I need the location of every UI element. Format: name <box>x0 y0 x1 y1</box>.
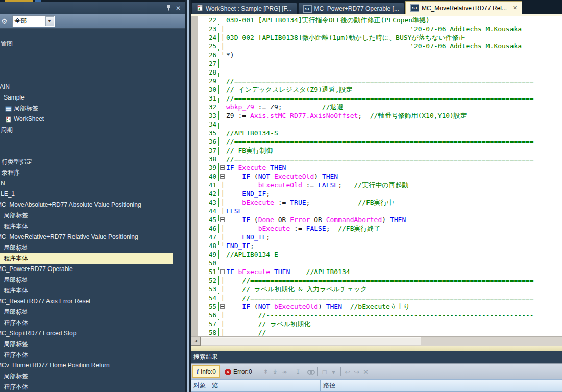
tree-item[interactable]: 程序本体 <box>0 317 28 328</box>
breakpoint-margin[interactable] <box>191 189 198 198</box>
editor-tab[interactable]: STMC_Power+RD77 Operable [... <box>298 3 404 14</box>
nav-forward-icon[interactable]: ↪ <box>352 368 361 376</box>
panel-splitter[interactable] <box>185 0 191 392</box>
breakpoint-margin[interactable] <box>191 94 198 103</box>
breakpoint-margin[interactable] <box>191 51 198 59</box>
breakpoint-margin[interactable] <box>191 163 198 172</box>
tab-close-icon[interactable]: ✕ <box>512 5 517 11</box>
tree-item[interactable]: 程序本体 <box>0 382 28 392</box>
chevron-down-icon[interactable]: ▼ <box>45 16 54 26</box>
tree-filter-dropdown[interactable]: 全部 ▼ <box>12 15 55 27</box>
breakpoint-margin[interactable] <box>191 85 198 94</box>
fold-gutter[interactable] <box>219 267 226 276</box>
breakpoint-margin[interactable] <box>191 285 198 293</box>
code-line[interactable]: 38//====================================… <box>191 155 562 163</box>
tree-item[interactable]: 程序本体 <box>0 253 173 264</box>
tree-item[interactable]: 局部标签 <box>0 307 28 317</box>
tree-item[interactable]: 程序本体 <box>0 350 28 360</box>
horizontal-scrollbar[interactable]: ◄ <box>191 336 562 346</box>
fold-collapse-icon[interactable] <box>220 304 225 309</box>
nav-back-icon[interactable]: ↩ <box>343 368 352 376</box>
tree-item[interactable]: 行类型指定 <box>0 157 32 167</box>
tree-item[interactable]: MC_MoveAbsolute+RD77 Absolute Value Posi… <box>0 200 141 210</box>
column-path[interactable]: 路径 <box>321 380 562 391</box>
tree-item[interactable]: MC_Reset+RD77 Axis Error Reset <box>0 296 90 307</box>
breakpoint-margin[interactable] <box>191 111 198 120</box>
fold-collapse-icon[interactable] <box>220 270 225 274</box>
tree-item[interactable]: 局部标签 <box>0 339 28 350</box>
fold-collapse-icon[interactable] <box>220 165 225 170</box>
close-panel-icon[interactable]: ✕ <box>176 5 181 11</box>
breakpoint-margin[interactable] <box>191 207 198 215</box>
clear-results-icon[interactable]: ✕ <box>361 368 371 376</box>
tree-item[interactable]: 局部标签 <box>0 275 28 285</box>
tree-item[interactable]: MC_Power+RD77 Operable <box>0 264 73 275</box>
code-line[interactable]: 46│ bExecute := FALSE; //FB実行終了 <box>191 224 562 233</box>
scrollbar-thumb[interactable] <box>201 337 421 345</box>
code-line[interactable]: 42│ END_IF; <box>191 189 562 198</box>
marker-dropdown-icon[interactable]: ▾ <box>329 368 338 376</box>
pin-icon[interactable] <box>166 5 172 12</box>
code-line[interactable]: 24│03D-002 [APLIB0138]微小距離(1μm)動かした時に、BU… <box>191 33 562 42</box>
code-line[interactable]: 56│ //----------------------------------… <box>191 311 562 320</box>
code-line[interactable]: 52│ //==================================… <box>191 276 562 285</box>
breakpoint-margin[interactable] <box>191 267 198 276</box>
info-filter-button[interactable]: i Info:0 <box>192 365 220 378</box>
breakpoint-margin[interactable] <box>191 320 198 328</box>
marker-icon[interactable]: □ <box>320 368 329 376</box>
breakpoint-margin[interactable] <box>191 302 198 311</box>
breakpoint-margin[interactable] <box>191 103 198 111</box>
breakpoint-margin[interactable] <box>191 42 198 51</box>
code-line[interactable]: 34 <box>191 120 562 129</box>
tree-item[interactable]: 周期 <box>0 125 13 135</box>
column-object-list[interactable]: 对象一览 <box>191 380 321 391</box>
code-line[interactable]: 50 <box>191 259 562 267</box>
gear-icon[interactable]: ⚙ <box>1 17 8 26</box>
code-line[interactable]: 57│ // ラベル初期化 <box>191 320 562 328</box>
tree-item[interactable]: WorkSheet <box>0 114 44 125</box>
code-line[interactable]: 43│ bExecute := TRUE; //FB実行中 <box>191 198 562 207</box>
tree-item[interactable]: MC_MoveRelative+RD77 Relative Value Posi… <box>0 232 138 242</box>
goto-bottom-icon[interactable]: ↧ <box>294 368 303 376</box>
fold-collapse-icon[interactable] <box>220 217 225 222</box>
breakpoint-margin[interactable] <box>191 16 198 24</box>
tree-item[interactable]: 局部标签 <box>0 103 38 114</box>
goto-next-icon[interactable]: ↠ <box>280 368 289 376</box>
breakpoint-margin[interactable] <box>191 77 198 85</box>
breakpoint-margin[interactable] <box>191 215 198 224</box>
goto-prev-icon[interactable]: ↡ <box>271 368 280 376</box>
code-line[interactable]: 51IF bExecute THEN //APLIB0134 <box>191 267 562 276</box>
breakpoint-margin[interactable] <box>191 33 198 42</box>
breakpoint-margin[interactable] <box>191 328 198 336</box>
code-line[interactable]: 25│ '20-07-06 Addtechs M.Kousaka <box>191 42 562 51</box>
tree-item[interactable]: 局部标签 <box>0 242 28 253</box>
find-icon[interactable] <box>307 369 315 375</box>
code-line[interactable]: 33Z9 := Axis.stMC_RD77.AxisNoOffset; //軸… <box>191 111 562 120</box>
breakpoint-margin[interactable] <box>191 198 198 207</box>
tree-item[interactable]: 局部标签 <box>0 371 28 382</box>
breakpoint-margin[interactable] <box>191 311 198 320</box>
tree-item[interactable]: N <box>0 178 5 189</box>
breakpoint-margin[interactable] <box>191 293 198 302</box>
st-code-editor[interactable]: 2203D-001 [APLIB0134]実行指令OFF後の動作修正(PLCop… <box>191 14 562 336</box>
code-line[interactable]: 45 IF (Done OR Error OR CommandAborted) … <box>191 215 562 224</box>
fold-collapse-icon[interactable] <box>220 174 225 179</box>
code-line[interactable]: 48└END_IF; <box>191 241 562 250</box>
breakpoint-margin[interactable] <box>191 233 198 241</box>
scroll-left-arrow-icon[interactable]: ◄ <box>191 337 201 346</box>
code-line[interactable]: 29//====================================… <box>191 77 562 85</box>
fold-gutter[interactable] <box>219 172 226 181</box>
tree-item[interactable]: LE_1 <box>0 189 15 200</box>
code-line[interactable]: 30// インデックスレジスタ(Z9)退避,設定 <box>191 85 562 94</box>
code-line[interactable]: 49//APLIB0134-E <box>191 250 562 259</box>
tree-item[interactable]: 程序本体 <box>0 285 28 296</box>
tree-item[interactable]: MAIN <box>0 82 10 92</box>
code-line[interactable]: 53│ // ラベル初期化 & 入力ラベルチェック <box>191 285 562 293</box>
code-line[interactable]: 44│ELSE <box>191 207 562 215</box>
project-tree[interactable]: 置图MAINSample局部标签WorkSheet周期行类型指定录程序NLE_1… <box>0 29 185 392</box>
breakpoint-margin[interactable] <box>191 241 198 250</box>
breakpoint-margin[interactable] <box>191 137 198 146</box>
editor-tab[interactable]: STMC_MoveRelative+RD77 Rel...✕ <box>405 1 522 14</box>
tree-item[interactable]: 程序本体 <box>0 221 28 232</box>
code-line[interactable]: 47│ END_IF; <box>191 233 562 241</box>
